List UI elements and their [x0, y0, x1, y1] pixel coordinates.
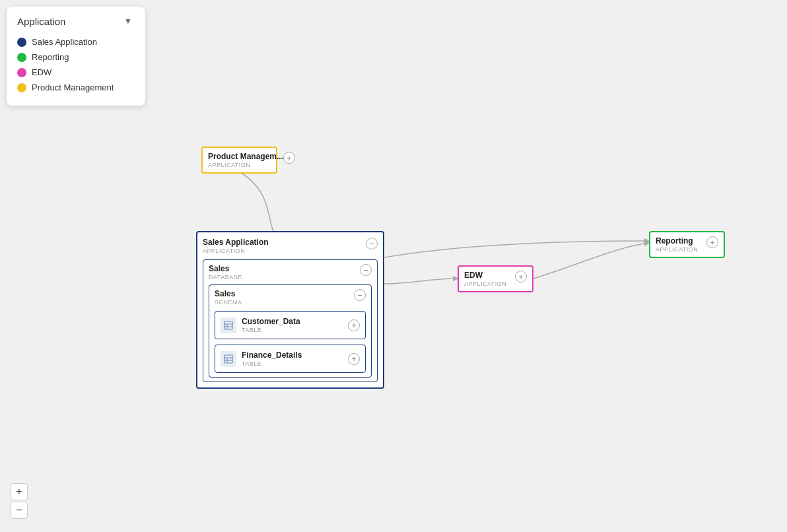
- edw-subtitle: APPLICATION: [464, 281, 506, 287]
- legend-panel: Application ▼ Sales Application Reportin…: [7, 7, 145, 106]
- tables-container: Customer_Data Table + Finance_Details Ta…: [215, 311, 366, 373]
- zoom-out-btn[interactable]: −: [11, 502, 28, 519]
- dropdown-label: Application: [17, 16, 65, 27]
- legend-label-edw: EDW: [32, 67, 51, 77]
- table-type: Table: [242, 360, 343, 367]
- legend-item-reporting[interactable]: Reporting: [17, 52, 135, 62]
- table-type: Table: [242, 327, 343, 333]
- reporting-subtitle: APPLICATION: [656, 246, 698, 253]
- product-mgmt-expand-btn[interactable]: +: [283, 152, 295, 164]
- legend-label-product-management: Product Management: [32, 83, 114, 92]
- table-node-finance-details: Finance_Details Table +: [215, 345, 366, 373]
- legend-dot-edw: [17, 68, 26, 77]
- application-dropdown[interactable]: Application ▼: [17, 15, 135, 28]
- sales-db-title: Sales: [209, 264, 242, 273]
- sales-db-node: Sales DATABASE − Sales SCHEMA −: [203, 259, 378, 382]
- table-info: Customer_Data Table: [242, 317, 343, 333]
- table-node-customer-data: Customer_Data Table +: [215, 311, 366, 339]
- legend-label-sales-application: Sales Application: [32, 37, 97, 47]
- zoom-controls: + −: [11, 483, 28, 519]
- sales-app-collapse-btn[interactable]: −: [366, 238, 378, 249]
- sales-app-subtitle: APPLICATION: [203, 248, 269, 254]
- legend-dot-reporting: [17, 53, 26, 62]
- sales-app-node: Sales Application APPLICATION − Sales DA…: [196, 231, 384, 389]
- product-mgmt-node: Product Managem... APPLICATION +: [201, 147, 277, 174]
- zoom-in-btn[interactable]: +: [11, 483, 28, 500]
- sales-db-collapse-btn[interactable]: −: [360, 264, 372, 276]
- product-mgmt-subtitle: APPLICATION: [208, 162, 283, 168]
- table-icon: [221, 351, 236, 367]
- product-mgmt-title: Product Managem...: [208, 152, 283, 161]
- chevron-down-icon: ▼: [121, 15, 135, 28]
- sales-schema-node: Sales SCHEMA − Customer_Data Table: [209, 284, 372, 378]
- legend-item-edw[interactable]: EDW: [17, 67, 135, 77]
- table-name: Finance_Details: [242, 350, 343, 360]
- legend-dot-product-management: [17, 83, 26, 92]
- table-expand-btn[interactable]: +: [348, 319, 360, 331]
- legend-dot-sales-application: [17, 38, 26, 47]
- svg-rect-4: [224, 355, 232, 363]
- edw-node: EDW APPLICATION +: [458, 265, 533, 292]
- legend-item-product-management[interactable]: Product Management: [17, 83, 135, 92]
- legend-items: Sales Application Reporting EDW Product …: [17, 37, 135, 92]
- sales-db-subtitle: DATABASE: [209, 274, 242, 281]
- table-expand-btn[interactable]: +: [348, 353, 360, 365]
- edw-title: EDW: [464, 271, 506, 280]
- table-icon: [221, 317, 236, 333]
- reporting-node: Reporting APPLICATION +: [649, 231, 725, 258]
- legend-label-reporting: Reporting: [32, 52, 69, 62]
- edw-expand-btn[interactable]: +: [515, 271, 527, 283]
- sales-schema-collapse-btn[interactable]: −: [354, 289, 366, 301]
- sales-app-title: Sales Application: [203, 238, 269, 247]
- reporting-title: Reporting: [656, 236, 698, 246]
- sales-schema-subtitle: SCHEMA: [215, 299, 242, 306]
- table-info: Finance_Details Table: [242, 350, 343, 367]
- reporting-expand-btn[interactable]: +: [706, 236, 718, 248]
- sales-schema-title: Sales: [215, 289, 242, 298]
- svg-rect-0: [224, 321, 232, 329]
- table-name: Customer_Data: [242, 317, 343, 326]
- legend-item-sales-application[interactable]: Sales Application: [17, 37, 135, 47]
